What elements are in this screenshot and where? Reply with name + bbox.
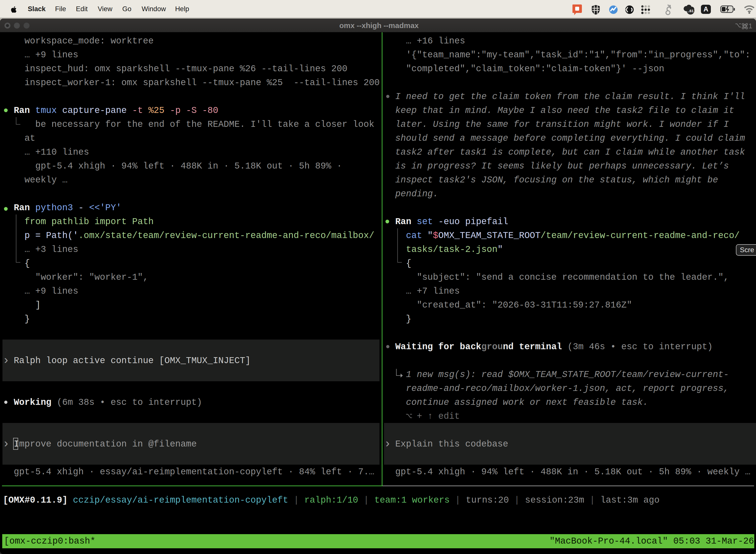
svg-text:1: 1: [749, 22, 752, 29]
svg-text:..61: ..61: [687, 9, 693, 13]
